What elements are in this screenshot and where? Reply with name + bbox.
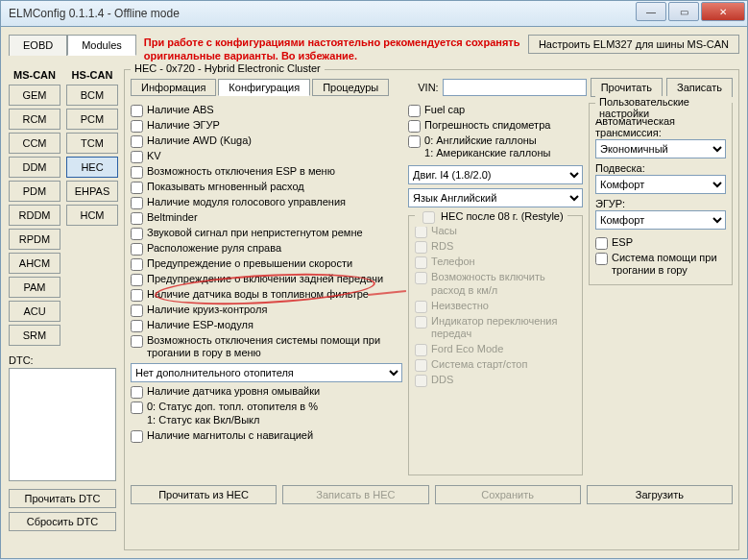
ms-rddm[interactable]: RDDM [9, 205, 60, 226]
chk-belt-sound[interactable] [131, 228, 143, 240]
chk-unknown [415, 301, 427, 313]
chk-restyle [422, 211, 435, 224]
tab-modules[interactable]: Modules [67, 35, 136, 56]
read-dtc-button[interactable]: Прочитать DTC [9, 489, 116, 508]
maximize-button[interactable]: ▭ [668, 2, 699, 21]
chk-esp-menu[interactable] [131, 166, 143, 179]
vin-input[interactable] [443, 79, 587, 96]
load-button[interactable]: Загрузить [587, 485, 733, 504]
configure-elm-button[interactable]: Настроить ELM327 для шины MS-CAN [528, 35, 739, 54]
chk-gallons[interactable] [408, 135, 421, 148]
chk-rds [415, 241, 427, 254]
chk-clock [415, 226, 427, 238]
write-hec-button[interactable]: Записать в HEC [282, 485, 428, 504]
ms-ddm[interactable]: DDM [9, 157, 60, 178]
chk-gear-ind [415, 316, 427, 329]
chk-egur[interactable] [131, 120, 143, 133]
tab-config[interactable]: Конфигурация [218, 79, 310, 96]
lang-select[interactable]: Язык Английский [408, 188, 583, 207]
chk-user-hill[interactable] [595, 253, 608, 265]
hec-frame: HEC - 0x720 - Hybrid Electronic Cluster … [124, 69, 739, 550]
chk-washer-level[interactable] [131, 386, 143, 399]
chk-instant-cons[interactable] [131, 182, 143, 194]
vin-write-button[interactable]: Записать [666, 78, 733, 97]
chk-esp-module[interactable] [131, 320, 143, 332]
warning-text: При работе с конфигурациями настоятельно… [144, 35, 520, 63]
chk-water-sensor[interactable] [131, 289, 143, 302]
ms-ahcm[interactable]: AHCM [9, 253, 60, 274]
hs-hcm[interactable]: HCM [66, 205, 118, 226]
chk-awd[interactable] [131, 135, 143, 148]
ms-srm[interactable]: SRM [9, 325, 60, 346]
chk-dds [415, 375, 427, 387]
ms-rcm[interactable]: RCM [9, 109, 60, 130]
close-button[interactable]: ✕ [701, 2, 745, 21]
chk-speedo-err[interactable] [408, 120, 421, 133]
chk-kml [415, 272, 427, 284]
chk-startstop [415, 359, 427, 372]
clear-dtc-button[interactable]: Сбросить DTC [9, 512, 116, 531]
chk-kv[interactable] [131, 151, 143, 163]
hec-frame-title: HEC - 0x720 - Hybrid Electronic Cluster [131, 62, 325, 74]
susp-label: Подвеска: [595, 162, 726, 174]
config-col-a: Наличие ABS Наличие ЭГУР Наличие AWD (Ku… [131, 103, 402, 479]
steer-select[interactable]: Комфорт [595, 210, 726, 230]
ms-pdm[interactable]: PDM [9, 181, 60, 202]
steer-label: ЭГУР: [595, 198, 726, 209]
tab-info[interactable]: Информация [131, 79, 216, 96]
ms-pam[interactable]: PAM [9, 277, 60, 298]
ms-acu[interactable]: ACU [9, 301, 60, 322]
read-hec-button[interactable]: Прочитать из HEC [131, 485, 277, 504]
config-col-c: Пользовательские настройки Автоматическа… [589, 103, 733, 479]
chk-heater-status[interactable] [131, 402, 143, 414]
hs-hec[interactable]: HEC [66, 157, 118, 178]
dtc-label: DTC: [9, 354, 118, 366]
chk-beltminder[interactable] [131, 212, 143, 225]
chk-user-esp[interactable] [595, 237, 608, 250]
ms-ccm[interactable]: CCM [9, 133, 60, 154]
trans-select[interactable]: Экономичный [595, 139, 726, 158]
chk-hill-menu[interactable] [131, 335, 143, 348]
hs-pcm[interactable]: PCM [66, 109, 118, 130]
window-title: ELMConfig 0.1.1.4 - Offline mode [9, 7, 180, 20]
heater-select[interactable]: Нет дополнительного отопителя [131, 363, 402, 382]
tab-proc[interactable]: Процедуры [312, 79, 389, 96]
vin-label: VIN: [418, 82, 438, 93]
chk-abs[interactable] [131, 105, 143, 117]
chk-overspeed[interactable] [131, 258, 143, 271]
chk-nav-radio[interactable] [131, 430, 143, 443]
ms-gem[interactable]: GEM [9, 85, 60, 106]
hs-can-header: HS-CAN [72, 69, 113, 81]
chk-eco [415, 344, 427, 356]
hs-bcm[interactable]: BCM [66, 85, 118, 106]
chk-fuelcap[interactable] [408, 105, 421, 117]
susp-select[interactable]: Комфорт [595, 175, 726, 194]
minimize-button[interactable]: — [636, 2, 666, 21]
config-col-b: Fuel cap Погрешность спидометра 0: Англи… [408, 103, 583, 479]
engine-select[interactable]: Двиг. I4 (1.8/2.0) [408, 165, 583, 184]
chk-reverse-warn[interactable] [131, 274, 143, 286]
chk-voice[interactable] [131, 197, 143, 209]
ms-can-header: MS-CAN [13, 69, 56, 81]
titlebar: ELMConfig 0.1.1.4 - Offline mode — ▭ ✕ [0, 0, 748, 27]
user-settings-legend: Пользовательские настройки [595, 96, 732, 119]
save-button[interactable]: Сохранить [435, 485, 581, 504]
hs-ehpas[interactable]: EHPAS [66, 181, 118, 202]
hs-tcm[interactable]: TCM [66, 133, 118, 154]
chk-rhd[interactable] [131, 243, 143, 256]
hs-can-column: HS-CAN BCM PCM TCM HEC EHPAS HCM [66, 69, 118, 349]
ms-rpdm[interactable]: RPDM [9, 229, 60, 250]
ms-can-column: MS-CAN GEM RCM CCM DDM PDM RDDM RPDM AHC… [9, 69, 60, 349]
vin-read-button[interactable]: Прочитать [591, 78, 663, 97]
chk-phone [415, 256, 427, 269]
chk-cruise[interactable] [131, 304, 143, 317]
dtc-list[interactable] [9, 368, 116, 481]
top-tabs: EOBD Modules [9, 35, 136, 56]
tab-eobd[interactable]: EOBD [9, 35, 67, 56]
